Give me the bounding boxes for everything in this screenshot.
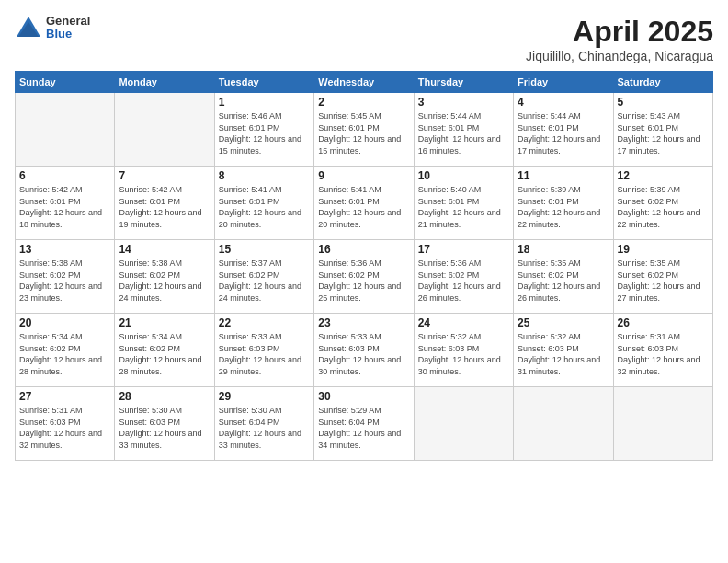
logo-blue: Blue	[46, 28, 90, 40]
day-detail: Sunrise: 5:44 AMSunset: 6:01 PMDaylight:…	[518, 110, 609, 156]
day-number: 16	[318, 243, 409, 256]
calendar-cell	[115, 93, 214, 167]
calendar-cell: 19Sunrise: 5:35 AMSunset: 6:02 PMDayligh…	[613, 240, 712, 314]
calendar-cell: 9Sunrise: 5:41 AMSunset: 6:01 PMDaylight…	[314, 167, 414, 240]
day-number: 30	[318, 390, 409, 403]
calendar-cell: 15Sunrise: 5:37 AMSunset: 6:02 PMDayligh…	[214, 240, 313, 314]
day-number: 7	[119, 169, 210, 182]
day-detail: Sunrise: 5:33 AMSunset: 6:03 PMDaylight:…	[318, 331, 409, 377]
calendar-cell: 24Sunrise: 5:32 AMSunset: 6:03 PMDayligh…	[414, 314, 513, 387]
day-detail: Sunrise: 5:38 AMSunset: 6:02 PMDaylight:…	[119, 258, 210, 304]
calendar-cell: 25Sunrise: 5:32 AMSunset: 6:03 PMDayligh…	[514, 314, 613, 387]
calendar-cell	[414, 387, 513, 461]
day-number: 24	[418, 316, 509, 329]
day-number: 4	[518, 96, 609, 109]
day-number: 9	[318, 169, 409, 182]
calendar-cell: 14Sunrise: 5:38 AMSunset: 6:02 PMDayligh…	[115, 240, 214, 314]
day-number: 29	[219, 390, 310, 403]
day-number: 20	[19, 316, 110, 329]
header-row: SundayMondayTuesdayWednesdayThursdayFrid…	[16, 72, 713, 93]
calendar-cell: 21Sunrise: 5:34 AMSunset: 6:02 PMDayligh…	[115, 314, 214, 387]
calendar-cell: 16Sunrise: 5:36 AMSunset: 6:02 PMDayligh…	[314, 240, 414, 314]
calendar-cell: 13Sunrise: 5:38 AMSunset: 6:02 PMDayligh…	[16, 240, 115, 314]
calendar-cell: 7Sunrise: 5:42 AMSunset: 6:01 PMDaylight…	[115, 167, 214, 240]
calendar-cell: 8Sunrise: 5:41 AMSunset: 6:01 PMDaylight…	[214, 167, 313, 240]
calendar-header: SundayMondayTuesdayWednesdayThursdayFrid…	[16, 72, 713, 93]
logo-icon	[15, 15, 42, 40]
day-detail: Sunrise: 5:39 AMSunset: 6:02 PMDaylight:…	[618, 184, 709, 230]
day-number: 3	[418, 96, 509, 109]
day-detail: Sunrise: 5:34 AMSunset: 6:02 PMDaylight:…	[119, 331, 210, 377]
day-detail: Sunrise: 5:46 AMSunset: 6:01 PMDaylight:…	[219, 110, 310, 156]
location: Jiquilillo, Chinandega, Nicaragua	[526, 49, 713, 63]
calendar-cell: 17Sunrise: 5:36 AMSunset: 6:02 PMDayligh…	[414, 240, 513, 314]
day-detail: Sunrise: 5:36 AMSunset: 6:02 PMDaylight:…	[318, 258, 409, 304]
calendar-cell: 12Sunrise: 5:39 AMSunset: 6:02 PMDayligh…	[613, 167, 712, 240]
day-detail: Sunrise: 5:41 AMSunset: 6:01 PMDaylight:…	[219, 184, 310, 230]
day-detail: Sunrise: 5:42 AMSunset: 6:01 PMDaylight:…	[119, 184, 210, 230]
weekday-header: Sunday	[16, 72, 115, 93]
calendar-cell: 27Sunrise: 5:31 AMSunset: 6:03 PMDayligh…	[16, 387, 115, 461]
calendar-cell: 28Sunrise: 5:30 AMSunset: 6:03 PMDayligh…	[115, 387, 214, 461]
day-number: 21	[119, 316, 210, 329]
calendar-week-row: 27Sunrise: 5:31 AMSunset: 6:03 PMDayligh…	[16, 387, 713, 461]
day-detail: Sunrise: 5:35 AMSunset: 6:02 PMDaylight:…	[618, 258, 709, 304]
day-number: 5	[618, 96, 709, 109]
day-number: 22	[219, 316, 310, 329]
day-detail: Sunrise: 5:32 AMSunset: 6:03 PMDaylight:…	[418, 331, 509, 377]
day-detail: Sunrise: 5:38 AMSunset: 6:02 PMDaylight:…	[19, 258, 110, 304]
calendar-cell	[514, 387, 613, 461]
day-number: 14	[119, 243, 210, 256]
logo-general: General	[46, 15, 90, 28]
day-detail: Sunrise: 5:30 AMSunset: 6:04 PMDaylight:…	[219, 405, 310, 451]
day-detail: Sunrise: 5:34 AMSunset: 6:02 PMDaylight:…	[19, 331, 110, 377]
day-number: 12	[618, 169, 709, 182]
calendar-table: SundayMondayTuesdayWednesdayThursdayFrid…	[15, 71, 713, 461]
weekday-header: Tuesday	[214, 72, 313, 93]
day-detail: Sunrise: 5:35 AMSunset: 6:02 PMDaylight:…	[518, 258, 609, 304]
calendar-cell: 1Sunrise: 5:46 AMSunset: 6:01 PMDaylight…	[214, 93, 313, 167]
day-detail: Sunrise: 5:31 AMSunset: 6:03 PMDaylight:…	[19, 405, 110, 451]
calendar-week-row: 13Sunrise: 5:38 AMSunset: 6:02 PMDayligh…	[16, 240, 713, 314]
calendar-cell: 11Sunrise: 5:39 AMSunset: 6:01 PMDayligh…	[514, 167, 613, 240]
calendar-cell	[16, 93, 115, 167]
day-number: 25	[518, 316, 609, 329]
calendar-cell: 29Sunrise: 5:30 AMSunset: 6:04 PMDayligh…	[214, 387, 313, 461]
day-detail: Sunrise: 5:42 AMSunset: 6:01 PMDaylight:…	[19, 184, 110, 230]
day-number: 23	[318, 316, 409, 329]
calendar-cell: 4Sunrise: 5:44 AMSunset: 6:01 PMDaylight…	[514, 93, 613, 167]
calendar-cell: 22Sunrise: 5:33 AMSunset: 6:03 PMDayligh…	[214, 314, 313, 387]
day-detail: Sunrise: 5:43 AMSunset: 6:01 PMDaylight:…	[618, 110, 709, 156]
day-detail: Sunrise: 5:37 AMSunset: 6:02 PMDaylight:…	[219, 258, 310, 304]
calendar-week-row: 6Sunrise: 5:42 AMSunset: 6:01 PMDaylight…	[16, 167, 713, 240]
calendar-week-row: 20Sunrise: 5:34 AMSunset: 6:02 PMDayligh…	[16, 314, 713, 387]
day-number: 13	[19, 243, 110, 256]
day-number: 28	[119, 390, 210, 403]
day-number: 2	[318, 96, 409, 109]
day-number: 27	[19, 390, 110, 403]
page-header: General Blue April 2025 Jiquilillo, Chin…	[15, 15, 713, 63]
calendar-cell: 26Sunrise: 5:31 AMSunset: 6:03 PMDayligh…	[613, 314, 712, 387]
day-number: 19	[618, 243, 709, 256]
day-detail: Sunrise: 5:32 AMSunset: 6:03 PMDaylight:…	[518, 331, 609, 377]
calendar-week-row: 1Sunrise: 5:46 AMSunset: 6:01 PMDaylight…	[16, 93, 713, 167]
calendar-cell: 3Sunrise: 5:44 AMSunset: 6:01 PMDaylight…	[414, 93, 513, 167]
day-detail: Sunrise: 5:30 AMSunset: 6:03 PMDaylight:…	[119, 405, 210, 451]
calendar-cell: 2Sunrise: 5:45 AMSunset: 6:01 PMDaylight…	[314, 93, 414, 167]
day-number: 6	[19, 169, 110, 182]
day-detail: Sunrise: 5:29 AMSunset: 6:04 PMDaylight:…	[318, 405, 409, 451]
day-number: 10	[418, 169, 509, 182]
day-number: 1	[219, 96, 310, 109]
day-detail: Sunrise: 5:36 AMSunset: 6:02 PMDaylight:…	[418, 258, 509, 304]
day-number: 11	[518, 169, 609, 182]
weekday-header: Monday	[115, 72, 214, 93]
day-detail: Sunrise: 5:41 AMSunset: 6:01 PMDaylight:…	[318, 184, 409, 230]
weekday-header: Wednesday	[314, 72, 414, 93]
month-title: April 2025	[526, 15, 713, 49]
title-block: April 2025 Jiquilillo, Chinandega, Nicar…	[526, 15, 713, 63]
day-number: 15	[219, 243, 310, 256]
calendar-body: 1Sunrise: 5:46 AMSunset: 6:01 PMDaylight…	[16, 93, 713, 461]
calendar-cell: 18Sunrise: 5:35 AMSunset: 6:02 PMDayligh…	[514, 240, 613, 314]
calendar-cell	[613, 387, 712, 461]
day-number: 26	[618, 316, 709, 329]
